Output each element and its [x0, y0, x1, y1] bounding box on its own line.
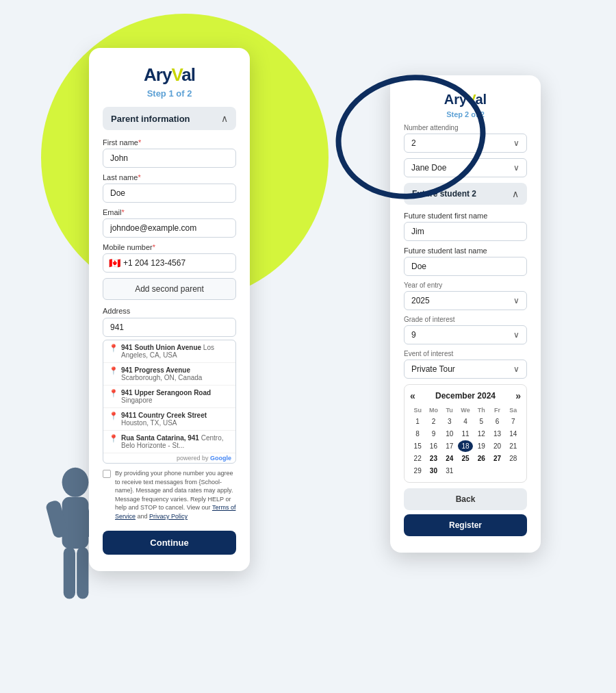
year-of-entry-select[interactable]: 2025 — [404, 291, 527, 310]
student-name-select[interactable]: Jane Doe — [404, 158, 527, 177]
cal-day-25[interactable]: 25 — [458, 453, 473, 464]
cal-day-15[interactable]: 15 — [410, 440, 425, 452]
address-suggestions: 📍 941 South Union Avenue Los Angeles, CA… — [103, 340, 236, 464]
cal-dayname-mo: Mo — [426, 405, 441, 415]
cal-day-6[interactable]: 6 — [489, 416, 504, 427]
cal-day-24[interactable]: 24 — [442, 453, 457, 464]
logo-left: AryVal — [103, 64, 236, 86]
cal-day-26[interactable]: 26 — [474, 453, 489, 464]
cal-day-12[interactable]: 12 — [474, 428, 489, 440]
cards-wrapper: AryVal Step 1 of 2 Parent information Fi… — [89, 34, 541, 664]
first-name-label: First name* — [103, 138, 236, 147]
cal-day-18[interactable]: 18 — [458, 440, 473, 452]
cal-empty-4 — [506, 465, 521, 477]
cal-next-button[interactable]: » — [515, 390, 521, 401]
year-chevron — [513, 296, 519, 305]
cal-day-16[interactable]: 16 — [426, 440, 441, 452]
cal-day-22[interactable]: 22 — [410, 453, 425, 464]
grade-label: Grade of interest — [404, 316, 527, 323]
last-name-label: Last name* — [103, 173, 236, 181]
consent-text: By providing your phone number you agree… — [115, 469, 236, 521]
cal-day-5[interactable]: 5 — [474, 416, 489, 427]
pin-icon-5: 📍 — [109, 434, 118, 443]
address-suggestion-3[interactable]: 📍 941 Upper Serangoon Road Singapore — [103, 386, 235, 408]
cal-day-31[interactable]: 31 — [442, 465, 457, 477]
num-attending-select[interactable]: 2 — [404, 134, 527, 153]
cal-day-9[interactable]: 9 — [426, 428, 441, 440]
first-name-input[interactable] — [103, 149, 236, 168]
phone-field[interactable]: 🇨🇦 +1 204 123-4567 — [103, 253, 236, 273]
address-label: Address — [103, 307, 236, 315]
cal-day-30[interactable]: 30 — [426, 465, 441, 477]
calendar-month: December 2024 — [435, 391, 496, 401]
consent-checkbox[interactable] — [103, 470, 111, 478]
cal-day-11[interactable]: 11 — [458, 428, 473, 440]
cal-day-3[interactable]: 3 — [442, 416, 457, 427]
cal-day-21[interactable]: 21 — [506, 440, 521, 452]
cal-day-27[interactable]: 27 — [489, 453, 504, 464]
logo-text-left: AryVal — [144, 64, 195, 85]
fs-last-name-input[interactable] — [404, 257, 527, 276]
privacy-link[interactable]: Privacy Policy — [149, 513, 188, 520]
cal-day-8[interactable]: 8 — [410, 428, 425, 440]
address-suggestion-2[interactable]: 📍 941 Progress Avenue Scarborough, ON, C… — [103, 363, 235, 386]
cal-dayname-fr: Fr — [489, 405, 504, 415]
section-collapse-icon[interactable] — [221, 112, 228, 125]
address-input[interactable] — [103, 318, 236, 337]
cal-empty-3 — [489, 465, 504, 477]
cal-day-17[interactable]: 17 — [442, 440, 457, 452]
card-step1: AryVal Step 1 of 2 Parent information Fi… — [89, 48, 250, 571]
calendar-header: « December 2024 » — [410, 390, 521, 401]
svg-rect-4 — [64, 547, 75, 598]
cal-day-19[interactable]: 19 — [474, 440, 489, 452]
cal-empty-2 — [474, 465, 489, 477]
event-label: Event of interest — [404, 350, 527, 357]
cal-day-14[interactable]: 14 — [506, 428, 521, 440]
address-suggestion-4[interactable]: 📍 9411 Country Creek Street Houston, TX,… — [103, 408, 235, 431]
card-step2: AryVal Step 2 of 2 Number attending 2 Ja… — [390, 75, 541, 553]
grade-chevron — [513, 330, 519, 340]
cal-dayname-su: Su — [410, 405, 425, 415]
email-group: Email* — [103, 208, 236, 238]
last-name-input[interactable] — [103, 184, 236, 203]
add-second-parent-button[interactable]: Add second parent — [103, 278, 236, 300]
cal-day-20[interactable]: 20 — [489, 440, 504, 452]
cal-day-2[interactable]: 2 — [426, 416, 441, 427]
step-label-right: Step 2 of 2 — [404, 110, 527, 118]
cal-day-13[interactable]: 13 — [489, 428, 504, 440]
calendar-grid: Su Mo Tu We Th Fr Sa 1 2 3 4 5 6 7 8 9 1… — [410, 405, 521, 477]
consent-area: By providing your phone number you agree… — [103, 469, 236, 521]
pin-icon-3: 📍 — [109, 389, 118, 398]
event-value: Private Tour — [411, 364, 455, 374]
cal-day-1[interactable]: 1 — [410, 416, 425, 427]
continue-button[interactable]: Continue — [103, 531, 236, 555]
last-name-group: Last name* — [103, 173, 236, 203]
cal-day-4[interactable]: 4 — [458, 416, 473, 427]
cal-day-29[interactable]: 29 — [410, 465, 425, 477]
future-student-section: Future student 2 — [404, 183, 527, 205]
fs-first-name-input[interactable] — [404, 222, 527, 241]
cal-day-10[interactable]: 10 — [442, 428, 457, 440]
cal-day-23[interactable]: 23 — [426, 453, 441, 464]
address-suggestion-1[interactable]: 📍 941 South Union Avenue Los Angeles, CA… — [103, 340, 235, 363]
pin-icon-1: 📍 — [109, 344, 118, 353]
fs-last-name-group: Future student last name — [404, 247, 527, 276]
email-input[interactable] — [103, 218, 236, 238]
grade-value: 9 — [411, 330, 416, 340]
email-label: Email* — [103, 208, 236, 216]
cal-day-7[interactable]: 7 — [506, 416, 521, 427]
pin-icon-4: 📍 — [109, 412, 118, 420]
future-student-collapse[interactable] — [512, 188, 519, 200]
address-suggestion-5[interactable]: 📍 Rua Santa Catarina, 941 Centro, Belo H… — [103, 431, 235, 453]
student-name-chevron — [513, 163, 519, 173]
back-button[interactable]: Back — [404, 488, 527, 510]
cal-prev-button[interactable]: « — [410, 390, 415, 401]
logo-text-right: AryVal — [444, 92, 487, 107]
register-button[interactable]: Register — [404, 514, 527, 536]
svg-rect-5 — [77, 547, 88, 598]
pin-icon-2: 📍 — [109, 366, 118, 375]
grade-select[interactable]: 9 — [404, 325, 527, 344]
canada-flag-icon: 🇨🇦 — [109, 257, 120, 268]
cal-day-28[interactable]: 28 — [506, 453, 521, 464]
event-select[interactable]: Private Tour — [404, 360, 527, 379]
